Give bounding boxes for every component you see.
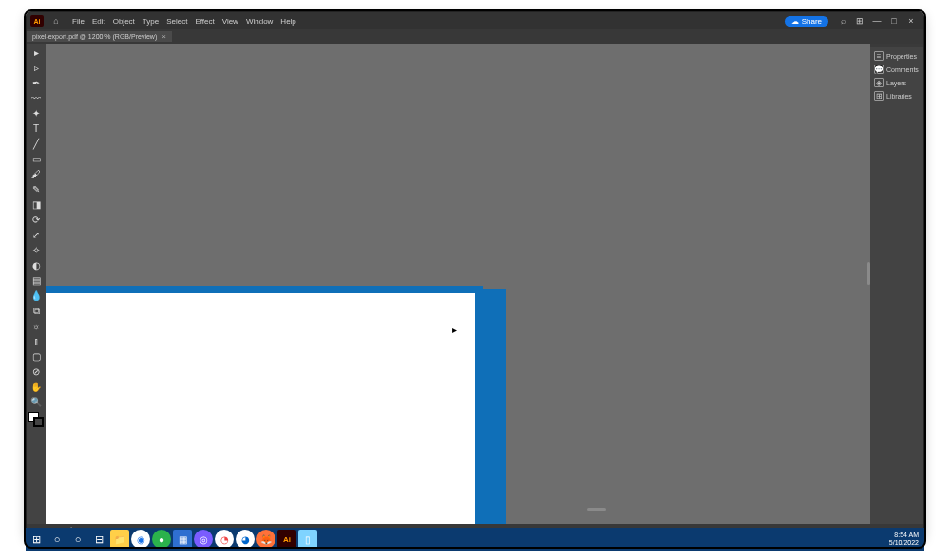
line-tool[interactable]: ╱ [28, 137, 44, 151]
menu-edit[interactable]: Edit [88, 17, 109, 26]
taskbar-app-5[interactable]: ◕ [236, 530, 255, 549]
start-button[interactable]: ⊞ [26, 529, 47, 550]
selection-tool[interactable]: ▸ [28, 46, 44, 60]
windows-taskbar: ⊞ ○ ○ ⊟ 📁 ◉ ● ▦ ◎ ◔ ◕ 🦊 Ai ▯ 8:54 AM 5/1… [26, 528, 924, 551]
share-button[interactable]: ☁Share [785, 16, 828, 27]
scale-tool[interactable]: ⤢ [28, 228, 44, 242]
menu-select[interactable]: Select [162, 17, 191, 26]
comments-icon: 💬 [874, 65, 884, 74]
taskbar-search[interactable]: ○ [47, 529, 67, 550]
tab-close-icon[interactable]: × [162, 32, 166, 41]
canvas[interactable]: ▸ [27, 44, 923, 524]
cloud-icon: ☁ [791, 17, 799, 26]
brush-tool[interactable]: 🖌 [28, 167, 44, 181]
panel-comments[interactable]: 💬Comments [870, 63, 923, 76]
menu-bar: Ai ⌂ File Edit Object Type Select Effect… [27, 12, 923, 29]
libraries-icon: ⊞ [874, 91, 884, 101]
taskbar-illustrator[interactable]: Ai [277, 530, 296, 549]
panel-label: Libraries [886, 93, 912, 100]
panel-label: Comments [886, 66, 919, 73]
taskbar-app-2[interactable]: ▦ [173, 530, 192, 549]
share-label: Share [802, 17, 822, 26]
pen-tool[interactable]: ✒ [28, 76, 44, 90]
artboard-edge[interactable] [478, 289, 506, 524]
panel-layers[interactable]: ◈Layers [870, 76, 923, 89]
taskbar-firefox[interactable]: 🦊 [256, 530, 276, 549]
eraser-tool[interactable]: ◨ [28, 197, 44, 212]
rotate-tool[interactable]: ⟳ [28, 213, 44, 227]
maximize-button[interactable]: □ [888, 16, 900, 26]
shape-builder-tool[interactable]: ◐ [28, 258, 44, 272]
properties-icon: ≡ [874, 51, 884, 61]
panel-label: Properties [886, 53, 917, 60]
taskbar-app-4[interactable]: ◔ [215, 530, 234, 549]
minimize-button[interactable]: — [871, 16, 883, 26]
document-tab-bar: pixel-export.pdf @ 1200 % (RGB/Preview) … [27, 29, 923, 44]
menu-type[interactable]: Type [139, 17, 162, 26]
panel-libraries[interactable]: ⊞Libraries [870, 89, 923, 103]
eyedropper-tool[interactable]: 💧 [28, 289, 44, 303]
cortana[interactable]: ○ [67, 529, 88, 550]
search-icon[interactable]: ⌕ [836, 16, 849, 26]
slice-tool[interactable]: ⊘ [28, 364, 44, 379]
panel-label: Layers [886, 80, 906, 86]
taskbar-app-3[interactable]: ◎ [194, 530, 213, 549]
clock-date: 5/10/2022 [889, 539, 919, 547]
horizontal-scrollbar[interactable] [587, 508, 606, 511]
width-tool[interactable]: ✧ [28, 243, 44, 257]
taskbar-chrome[interactable]: ◉ [131, 530, 150, 549]
layers-icon: ◈ [874, 78, 884, 87]
menu-window[interactable]: Window [242, 17, 276, 26]
home-icon[interactable]: ⌂ [49, 16, 63, 26]
arrange-icon[interactable]: ⊞ [853, 16, 866, 26]
menu-file[interactable]: File [68, 17, 88, 26]
menu-object[interactable]: Object [109, 17, 139, 26]
fill-stroke-swatch[interactable] [28, 412, 44, 427]
right-panel: ≡Properties 💬Comments ◈Layers ⊞Libraries [870, 44, 923, 524]
taskbar-app-1[interactable]: ● [152, 530, 171, 549]
menu-view[interactable]: View [218, 17, 242, 26]
app-badge: Ai [30, 15, 44, 27]
close-button[interactable]: × [905, 16, 917, 26]
workarea: ▸ ▸ ▹ ✒ 〰 ✦ T ╱ ▭ 🖌 ✎ ◨ ⟳ ⤢ ✧ ◐ ▤ 💧 ⧉ ☼ … [27, 44, 923, 524]
tab-title: pixel-export.pdf @ 1200 % (RGB/Preview) [32, 33, 157, 40]
task-view[interactable]: ⊟ [88, 529, 109, 550]
type-tool[interactable]: T [28, 121, 44, 136]
direct-selection-tool[interactable]: ▹ [28, 61, 44, 75]
graph-tool[interactable]: ⫿ [28, 334, 44, 348]
cursor-icon: ▸ [452, 325, 457, 335]
curvature-tool[interactable]: 〰 [28, 91, 44, 105]
taskbar-explorer[interactable]: 📁 [110, 530, 129, 549]
taskbar-app-7[interactable]: ▯ [298, 530, 317, 549]
symbol-tool[interactable]: ☼ [28, 319, 44, 333]
hand-tool[interactable]: ✋ [28, 380, 44, 394]
gradient-tool[interactable]: ▤ [28, 273, 44, 288]
pencil-tool[interactable]: ✎ [28, 182, 44, 196]
panel-properties[interactable]: ≡Properties [870, 49, 923, 63]
artboard-white[interactable] [27, 286, 483, 524]
wand-tool[interactable]: ✦ [28, 106, 44, 121]
toolbar: ▸ ▹ ✒ 〰 ✦ T ╱ ▭ 🖌 ✎ ◨ ⟳ ⤢ ✧ ◐ ▤ 💧 ⧉ ☼ ⫿ … [27, 44, 46, 524]
menu-help[interactable]: Help [276, 17, 299, 26]
menu-effect[interactable]: Effect [191, 17, 218, 26]
system-clock[interactable]: 8:54 AM 5/10/2022 [884, 532, 924, 546]
document-tab[interactable]: pixel-export.pdf @ 1200 % (RGB/Preview) … [27, 31, 172, 42]
artboard-tool[interactable]: ▢ [28, 349, 44, 364]
blend-tool[interactable]: ⧉ [28, 304, 44, 318]
rectangle-tool[interactable]: ▭ [28, 152, 44, 166]
clock-time: 8:54 AM [889, 532, 919, 539]
zoom-tool[interactable]: 🔍 [28, 395, 44, 409]
